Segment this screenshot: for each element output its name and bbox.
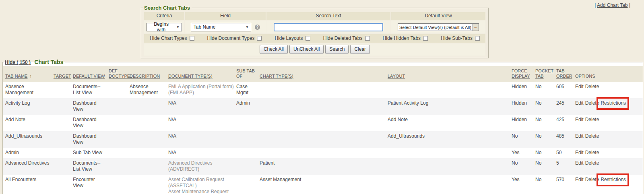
cell-options: EditDelete — [575, 158, 643, 175]
restrictions-link[interactable]: Restrictions — [601, 100, 626, 106]
cell-layout: Add Note — [388, 115, 512, 131]
filter-checkbox-label: Hide Sub-Tabs — [441, 35, 473, 41]
edit-link[interactable]: Edit — [575, 84, 584, 89]
column-header-label[interactable]: DEFAULT VIEW — [73, 74, 105, 78]
column-header-label[interactable]: DOCUMENT TYPE(S) — [168, 74, 213, 78]
cell-chart-types — [260, 148, 388, 158]
table-row-add-ultrasounds: Add_UltrasoundsDashboard ViewN/AAdd_Ultr… — [3, 131, 643, 148]
column-header-label[interactable]: TAB ORDER — [556, 68, 572, 78]
delete-link[interactable]: Delete — [585, 117, 599, 122]
column-header-label[interactable]: TARGET — [54, 74, 71, 78]
edit-link[interactable]: Edit — [575, 117, 584, 122]
column-header-label[interactable]: DEF DOCTYPE — [109, 68, 130, 78]
cell-target — [54, 175, 73, 194]
cell-tab-order: 50 — [556, 148, 575, 158]
cell-tab-name: All Encounters — [3, 175, 54, 194]
cell-tab-name: Absence Management — [3, 82, 54, 98]
column-header-options: OPTIONS — [575, 66, 643, 82]
column-header-tab-name: TAB NAME ↑ — [3, 66, 54, 82]
cell-pocket-tab: No — [535, 175, 556, 194]
filter-checkbox-label: Hide Layouts — [275, 35, 303, 41]
filter-checkbox-item-hide-document-types: Hide Document Types — [207, 35, 262, 41]
edit-link[interactable]: Edit — [575, 177, 584, 182]
cell-def-doctype — [109, 131, 130, 148]
column-header-chart-type-s: CHART TYPE(S) — [260, 66, 388, 82]
cell-def-doctype — [109, 148, 130, 158]
restrictions-link[interactable]: Restrictions — [601, 177, 626, 182]
cell-tab-name: Add_Ultrasounds — [3, 131, 54, 148]
cell-options: EditDelete — [575, 82, 643, 98]
column-header-label[interactable]: FORCE DISPLAY — [512, 68, 530, 78]
column-header-label[interactable]: CHART TYPE(S) — [260, 74, 293, 78]
column-header-label[interactable]: LAYOUT — [388, 74, 405, 78]
cell-tab-name: Add Note — [3, 115, 54, 131]
filter-checkbox-label: Hide Hidden Tabs — [383, 35, 421, 41]
edit-link[interactable]: Edit — [575, 160, 584, 166]
cell-chart-types — [260, 98, 388, 115]
clear-button[interactable]: Clear — [350, 45, 370, 54]
search-button[interactable]: Search — [325, 45, 349, 54]
delete-link[interactable]: Delete — [585, 84, 599, 89]
check-all-button[interactable]: Check All — [260, 45, 288, 54]
table-row-all-encounters: All EncountersEncounter ViewAsset Calibr… — [3, 175, 643, 194]
help-icon[interactable]: ? — [255, 25, 260, 30]
cell-tab-name: Activity Log — [3, 98, 54, 115]
default-view-more-button[interactable]: ... — [473, 24, 479, 31]
column-header-tab-order: TAB ORDER — [556, 66, 575, 82]
checkbox-hide-sub-tabs[interactable] — [475, 36, 480, 41]
filter-checkbox-item-hide-deleted-tabs: Hide Deleted Tabs — [323, 35, 370, 41]
cell-force-display: Yes — [512, 175, 535, 194]
chart-tabs-panel: Hide ( 150 ) Chart Tabs TAB NAME ↑TARGET… — [2, 59, 643, 194]
delete-link[interactable]: Delete — [585, 160, 599, 166]
column-header-label: SUB TAB OF — [236, 68, 255, 78]
delete-link[interactable]: Delete — [585, 133, 599, 139]
edit-link[interactable]: Edit — [575, 133, 584, 139]
search-text-column-header: Search Text — [266, 12, 390, 20]
column-header-force-display: FORCE DISPLAY — [512, 66, 535, 82]
cell-def-doctype — [109, 98, 130, 115]
cell-pocket-tab: No — [535, 115, 556, 131]
cell-document-types: Asset Calibration Request (ASSETCAL) Ass… — [168, 175, 236, 194]
cell-sub-tab-of: Admin — [236, 98, 260, 115]
cell-layout — [388, 82, 512, 98]
checkbox-hide-layouts[interactable] — [305, 36, 310, 41]
field-select[interactable]: Tab Name ▼ — [191, 23, 251, 31]
cell-tab-order: 605 — [556, 82, 575, 98]
cell-default-view: Encounter View — [73, 175, 109, 194]
chart-tabs-panel-header: Hide ( 150 ) Chart Tabs — [4, 59, 65, 65]
cell-default-view: Dashboard View — [73, 98, 109, 115]
edit-link[interactable]: Edit — [575, 150, 584, 155]
field-select-value: Tab Name — [194, 24, 216, 30]
add-chart-tab-link[interactable]: Add Chart Tab — [597, 2, 628, 8]
cell-chart-types: Asset Management — [260, 175, 388, 194]
criteria-select[interactable]: Begins with ▼ — [147, 23, 182, 31]
cell-pocket-tab: No — [535, 158, 556, 175]
cell-description — [130, 115, 168, 131]
link-separator-left: | — [594, 2, 596, 8]
column-header-label[interactable]: TAB NAME — [5, 74, 27, 78]
filter-checkbox-row: Hide Chart TypesHide Document TypesHide … — [144, 34, 485, 43]
default-view-selector[interactable]: Select Default View(s) (Default is All) … — [398, 23, 479, 31]
search-text-input[interactable] — [274, 23, 383, 31]
cell-tab-order: 570 — [556, 175, 575, 194]
sort-ascending-icon: ↑ — [28, 74, 32, 78]
cell-document-types: N/A — [168, 131, 236, 148]
cell-def-doctype — [109, 82, 130, 98]
delete-link[interactable]: Delete — [585, 150, 599, 155]
cell-sub-tab-of: Case Mgmt — [236, 82, 260, 98]
hide-results-link[interactable]: Hide ( 150 ) — [5, 60, 31, 65]
cell-chart-types — [260, 82, 388, 98]
table-header-row: TAB NAME ↑TARGETDEFAULT VIEWDEF DOCTYPED… — [3, 66, 643, 82]
checkbox-hide-document-types[interactable] — [257, 36, 262, 41]
checkbox-hide-hidden-tabs[interactable] — [423, 36, 428, 41]
checkbox-hide-chart-types[interactable] — [190, 36, 194, 41]
column-header-label[interactable]: POCKET TAB — [535, 68, 553, 78]
cell-target — [54, 148, 73, 158]
uncheck-all-button[interactable]: UnCheck All — [289, 45, 324, 54]
edit-link[interactable]: Edit — [575, 100, 584, 106]
field-column-header: Field — [185, 12, 266, 20]
checkbox-hide-deleted-tabs[interactable] — [365, 36, 370, 41]
cell-tab-name: Advanced Directives — [3, 158, 54, 175]
column-header-layout: LAYOUT — [388, 66, 512, 82]
column-header-label[interactable]: DESCRIPTION — [130, 74, 160, 78]
